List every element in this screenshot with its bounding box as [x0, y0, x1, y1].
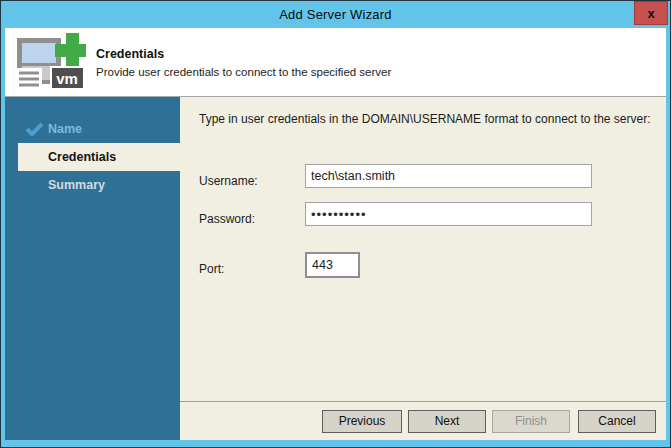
port-label: Port:: [199, 262, 224, 276]
credentials-form: Type in user credentials in the DOMAIN\U…: [180, 97, 666, 401]
page-subtitle: Provide user credentials to connect to t…: [96, 66, 391, 78]
sidebar-item-summary[interactable]: Summary: [5, 171, 180, 199]
window-title: Add Server Wizard: [279, 7, 392, 22]
checkmark-icon: [25, 122, 44, 136]
close-button[interactable]: x: [634, 1, 668, 25]
titlebar: Add Server Wizard x: [5, 1, 666, 28]
password-label: Password:: [199, 212, 255, 226]
username-label: Username:: [199, 174, 258, 188]
step-label: Credentials: [48, 150, 116, 164]
wizard-steps-sidebar: Name Credentials Summary: [5, 97, 180, 440]
cancel-button[interactable]: Cancel: [578, 410, 656, 433]
close-icon: x: [647, 6, 654, 21]
previous-button[interactable]: Previous: [322, 410, 402, 433]
sidebar-item-name[interactable]: Name: [5, 115, 180, 143]
port-input[interactable]: [305, 252, 360, 278]
wizard-footer: Previous Next Finish Cancel: [180, 401, 666, 440]
step-label: Summary: [48, 178, 105, 192]
sidebar-item-credentials[interactable]: Credentials: [18, 143, 180, 171]
password-input[interactable]: [305, 202, 592, 226]
username-input[interactable]: [305, 164, 592, 188]
page-title: Credentials: [96, 47, 391, 61]
instruction-text: Type in user credentials in the DOMAIN\U…: [199, 112, 651, 127]
add-vm-server-icon: vm: [14, 33, 86, 91]
svg-text:vm: vm: [56, 70, 78, 87]
wizard-header: vm Credentials Provide user credentials …: [5, 28, 666, 97]
finish-button[interactable]: Finish: [492, 410, 570, 433]
add-server-wizard-window: Add Server Wizard x vm Credentials: [0, 0, 671, 448]
next-button[interactable]: Next: [408, 410, 486, 433]
step-label: Name: [48, 122, 82, 136]
